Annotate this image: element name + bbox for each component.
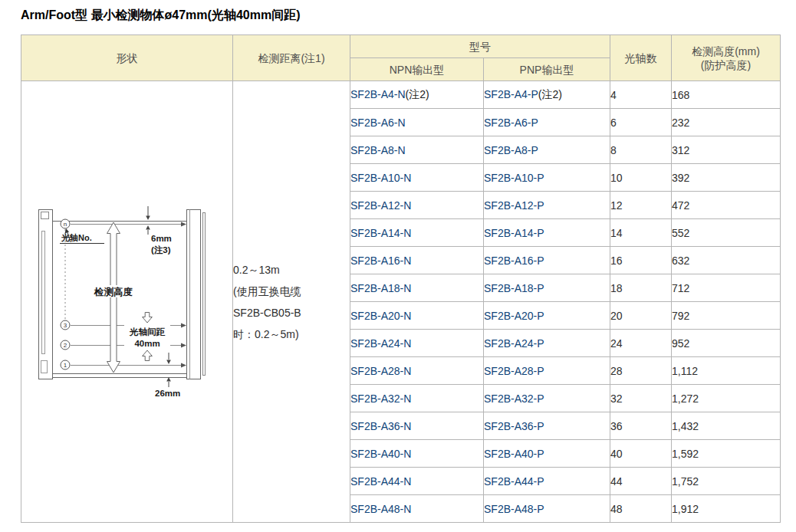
model-link[interactable]: SF2B-A18-P [484, 282, 544, 294]
model-link[interactable]: SF2B-A36-P [484, 420, 544, 432]
protective-height: 312 [672, 144, 689, 156]
protective-height: 552 [672, 227, 689, 239]
detection-height-label: 检测高度 [94, 287, 133, 297]
protective-height: 392 [672, 172, 689, 184]
model-link[interactable]: SF2B-A40-P [484, 448, 544, 460]
pnp-model-cell: SF2B-A20-P [484, 302, 610, 330]
model-link[interactable]: SF2B-A24-N [350, 337, 411, 350]
beam-count-cell: 6 [610, 109, 672, 136]
distance-cell: 0.2～13m (使用互换电缆 SF2B-CB05-B 时：0.2～5m) [233, 81, 350, 523]
right-rail [186, 209, 205, 379]
model-link[interactable]: SF2B-A14-P [484, 227, 544, 239]
protective-height: 232 [672, 117, 689, 129]
column-header-height: 检测高度(mm) (防护高度) [672, 35, 781, 81]
height-cell: 712 [672, 274, 781, 302]
model-link[interactable]: SF2B-A28-P [484, 365, 544, 377]
pnp-model-cell: SF2B-A4-P(注2) [484, 81, 610, 109]
pnp-model-cell: SF2B-A8-P [484, 136, 610, 164]
distance-line: 时：0.2～5m) [233, 323, 350, 345]
pnp-model-cell: SF2B-A40-P [484, 440, 610, 468]
npn-model-cell: SF2B-A18-N [350, 274, 484, 302]
protective-height: 1,432 [672, 420, 699, 432]
protective-height: 1,592 [672, 448, 699, 460]
beam-count: 20 [610, 310, 623, 322]
model-link[interactable]: SF2B-A20-P [484, 310, 544, 322]
height-header-line2: (防护高度) [672, 58, 780, 72]
six-mm-dimension: 6mm (注3) [146, 206, 172, 255]
pnp-model-cell: SF2B-A44-P [484, 468, 610, 495]
note-text: (注2) [538, 88, 562, 100]
beam-count: 8 [610, 144, 617, 156]
model-link[interactable]: SF2B-A44-N [350, 475, 411, 488]
left-rail [38, 209, 52, 379]
beam-count: 28 [610, 365, 623, 377]
model-link[interactable]: SF2B-A32-P [484, 392, 544, 405]
protective-height: 472 [672, 199, 689, 212]
column-header-shape: 形状 [21, 35, 233, 81]
model-link[interactable]: SF2B-A12-P [484, 199, 544, 212]
model-link[interactable]: SF2B-A16-P [484, 255, 544, 267]
model-link[interactable]: SF2B-A4-N [350, 88, 406, 100]
npn-model-cell: SF2B-A12-N [350, 192, 484, 219]
model-link[interactable]: SF2B-A28-N [350, 365, 411, 377]
model-link[interactable]: SF2B-A32-N [350, 392, 411, 405]
npn-model-cell: SF2B-A20-N [350, 302, 484, 330]
beam-count: 12 [610, 199, 623, 212]
model-link[interactable]: SF2B-A4-P [484, 88, 538, 100]
hollow-up-arrow [142, 350, 152, 361]
beam-count-cell: 12 [610, 192, 672, 219]
height-cell: 1,272 [672, 385, 781, 412]
npn-model-cell: SF2B-A6-N [350, 109, 484, 136]
model-link[interactable]: SF2B-A48-P [484, 503, 544, 515]
height-cell: 312 [672, 136, 781, 164]
height-cell: 1,592 [672, 440, 781, 468]
beam-count: 32 [610, 392, 623, 405]
model-link[interactable]: SF2B-A6-N [350, 117, 406, 129]
pnp-model-cell: SF2B-A16-P [484, 247, 610, 274]
height-cell: 168 [672, 81, 781, 109]
height-cell: 1,112 [672, 357, 781, 385]
model-link[interactable]: SF2B-A16-N [350, 255, 411, 267]
pnp-model-cell: SF2B-A48-P [484, 495, 610, 523]
sensor-diagram: n 3 2 1 光轴No. [35, 203, 219, 401]
model-link[interactable]: SF2B-A6-P [484, 117, 538, 129]
model-link[interactable]: SF2B-A44-P [484, 475, 544, 488]
pnp-model-cell: SF2B-A14-P [484, 219, 610, 247]
beam-count-cell: 16 [610, 247, 672, 274]
table-body: n 3 2 1 光轴No. [21, 81, 781, 523]
model-link[interactable]: SF2B-A36-N [350, 420, 411, 432]
model-link[interactable]: SF2B-A20-N [350, 310, 411, 322]
beam-count-cell: 36 [610, 412, 672, 440]
model-link[interactable]: SF2B-A14-N [350, 227, 411, 239]
height-cell: 1,432 [672, 412, 781, 440]
beam-count: 36 [610, 420, 623, 432]
model-link[interactable]: SF2B-A24-P [484, 337, 544, 350]
npn-model-cell: SF2B-A14-N [350, 219, 484, 247]
npn-model-cell: SF2B-A36-N [350, 412, 484, 440]
model-link[interactable]: SF2B-A10-P [484, 172, 544, 184]
npn-model-cell: SF2B-A44-N [350, 468, 484, 495]
model-link[interactable]: SF2B-A12-N [350, 199, 411, 212]
model-link[interactable]: SF2B-A40-N [350, 448, 411, 460]
model-link[interactable]: SF2B-A8-N [350, 144, 406, 156]
axis-pitch-annotation: 光轴间距 40mm [124, 312, 170, 360]
axis-no-callout: 光轴No. [60, 228, 104, 244]
distance-line: 0.2～13m [233, 259, 350, 281]
model-link[interactable]: SF2B-A10-N [350, 172, 411, 184]
beam-count-cell: 18 [610, 274, 672, 302]
distance-line: SF2B-CB05-B [233, 302, 350, 323]
beam-2-label: 2 [63, 342, 67, 349]
protective-height: 1,112 [672, 365, 698, 377]
pnp-model-cell: SF2B-A28-P [484, 357, 610, 385]
beam-count-cell: 20 [610, 302, 672, 330]
beam-count-cell: 14 [610, 219, 672, 247]
model-link[interactable]: SF2B-A8-P [484, 144, 538, 156]
page-title: Arm/Foot型 最小检测物体ø47mm(光轴40mm间距) [21, 8, 796, 23]
six-mm-label: 6mm [151, 234, 172, 243]
beam-count: 14 [610, 227, 623, 239]
npn-model-cell: SF2B-A48-N [350, 495, 484, 523]
model-link[interactable]: SF2B-A48-N [350, 503, 411, 515]
npn-model-cell: SF2B-A8-N [350, 136, 484, 164]
model-link[interactable]: SF2B-A18-N [350, 282, 411, 294]
height-cell: 1,752 [672, 468, 781, 495]
